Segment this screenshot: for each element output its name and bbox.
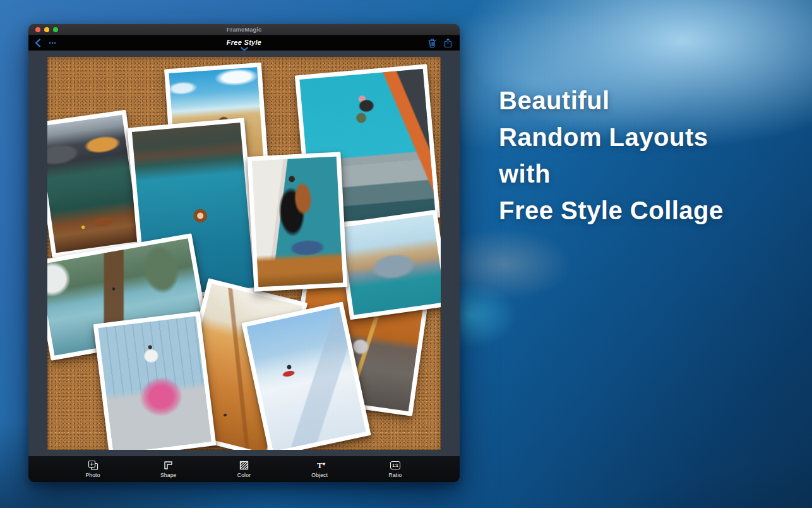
delete-button[interactable]: [428, 39, 436, 48]
share-button[interactable]: [444, 38, 452, 48]
photo-louvre-pyramid[interactable]: [337, 210, 441, 320]
frame-corner-icon: [164, 460, 173, 471]
add-photo-icon: [88, 460, 99, 471]
desktop-background: Beautiful Random Layouts with Free Style…: [0, 0, 812, 508]
tool-label: Color: [237, 472, 251, 478]
mode-selector[interactable]: Free Style: [28, 36, 460, 51]
editor-content: [28, 51, 460, 456]
tool-label: Ratio: [389, 472, 402, 478]
aspect-ratio-icon: 1:1: [390, 460, 400, 471]
hatched-swatch-icon: [239, 460, 249, 471]
object-tool-button[interactable]: T ♥ Object: [306, 460, 333, 478]
tool-label: Photo: [85, 472, 100, 478]
corkboard-canvas[interactable]: [47, 57, 441, 450]
marketing-line: with: [499, 155, 724, 192]
color-tool-button[interactable]: Color: [230, 460, 258, 478]
window-titlebar[interactable]: FrameMagic: [28, 24, 460, 35]
marketing-line: Beautiful: [499, 82, 724, 119]
mode-title: Free Style: [227, 39, 262, 46]
shape-tool-button[interactable]: Shape: [155, 460, 182, 478]
heart-icon: ♥: [323, 462, 326, 467]
marketing-text: Beautiful Random Layouts with Free Style…: [499, 82, 724, 229]
photo-man-kissing-dog[interactable]: [248, 152, 348, 291]
photo-tool-button[interactable]: Photo: [79, 460, 107, 478]
trash-icon: [428, 39, 436, 48]
tool-label: Object: [311, 472, 328, 478]
navigation-bar: Free Style: [28, 35, 460, 51]
share-icon: [444, 38, 452, 48]
photo-color-powder-skater[interactable]: [93, 311, 217, 450]
bottom-toolbar: Photo Shape Color T ♥ Object: [28, 456, 460, 482]
marketing-line: Free Style Collage: [499, 192, 724, 229]
ratio-tool-button[interactable]: 1:1 Ratio: [381, 460, 409, 478]
text-heart-icon: T ♥: [317, 460, 323, 471]
window-title: FrameMagic: [28, 26, 460, 33]
app-window: FrameMagic Free Style: [28, 24, 460, 482]
tool-label: Shape: [160, 472, 177, 478]
marketing-line: Random Layouts: [499, 119, 724, 155]
